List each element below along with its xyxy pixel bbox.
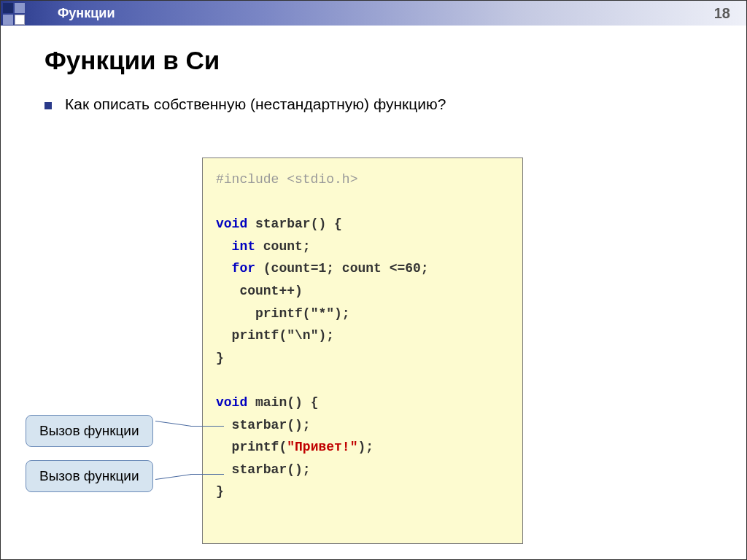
callout-arrow (190, 474, 224, 475)
header-section-title: Функции (58, 6, 115, 21)
code-line: main() { (247, 395, 318, 410)
slide-title: Функции в Си (44, 46, 703, 75)
header-bar: Функции 18 (1, 1, 746, 26)
callout-arrow (155, 421, 192, 427)
bullet-icon (44, 102, 52, 109)
code-line: } (216, 484, 224, 499)
bullet-text: Как описать собственную (нестандартную) … (65, 96, 446, 113)
logo-icon (1, 1, 28, 26)
code-keyword: void (216, 395, 247, 410)
callout-arrow (155, 474, 192, 480)
code-line: #include (216, 172, 287, 187)
code-keyword: void (216, 217, 247, 231)
slide-body: Функции в Си Как описать собственную (не… (1, 26, 746, 113)
code-line: starbar() { (247, 217, 342, 231)
callout-label-2: Вызов функции (26, 460, 153, 492)
code-line: printf( (232, 440, 287, 454)
code-line: printf("\n"); (232, 328, 334, 343)
code-line: count; (255, 239, 311, 254)
code-line: printf("*"); (255, 306, 350, 321)
code-line: starbar(); (232, 418, 311, 432)
code-line: ); (357, 440, 374, 454)
code-line: <stdio.h> (287, 172, 357, 187)
code-string: "Привет!" (287, 440, 357, 454)
code-keyword: int (232, 239, 255, 254)
callout-label-1: Вызов функции (26, 415, 153, 447)
page-number: 18 (714, 5, 730, 22)
code-line: } (216, 351, 224, 365)
code-line: count++) (239, 284, 302, 298)
code-line: starbar(); (232, 462, 311, 477)
code-block: #include <stdio.h> void starbar() { int … (202, 158, 523, 544)
bullet-item: Как описать собственную (нестандартную) … (44, 96, 703, 113)
code-keyword: for (232, 261, 255, 276)
code-line: (count=1; count <=60; (255, 261, 429, 276)
callout-arrow (190, 426, 224, 427)
